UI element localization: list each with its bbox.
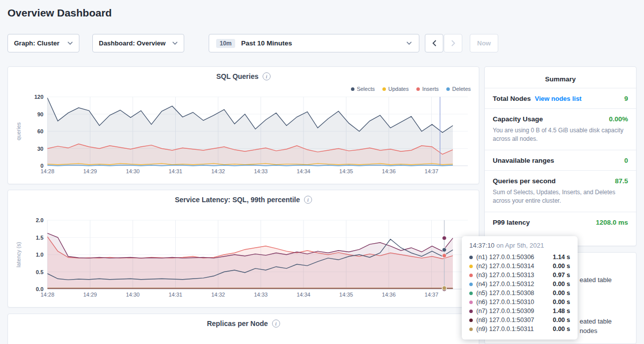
tooltip-node-label: (n2) 127.0.0.1:50314 xyxy=(476,263,546,270)
summary-value: 9 xyxy=(624,95,628,102)
tooltip-node-value: 1.48 s xyxy=(549,308,570,315)
summary-label: P99 latency xyxy=(493,219,530,226)
dashboard-dropdown[interactable]: Dashboard: Overview xyxy=(92,34,184,52)
tooltip-node-label: (n6) 127.0.0.1:50310 xyxy=(476,299,546,306)
info-icon[interactable]: i xyxy=(263,72,271,80)
legend-label: Selects xyxy=(357,86,375,92)
summary-value: 1208.0 ms xyxy=(596,219,628,226)
summary-subtitle: Sum of Selects, Updates, Inserts, and De… xyxy=(493,188,628,206)
legend-item[interactable]: Inserts xyxy=(416,86,439,92)
legend-dot-icon xyxy=(446,87,450,91)
chevron-down-icon xyxy=(172,41,178,45)
tooltip-row: (n5) 127.0.0.1:503080.00 s xyxy=(469,289,570,298)
event-item-text[interactable]: eated table xyxy=(580,276,612,284)
legend-item[interactable]: Selects xyxy=(351,86,375,92)
legend-label: Inserts xyxy=(422,86,439,92)
tooltip-date: on Apr 5th, 2021 xyxy=(495,242,544,249)
event-item-text[interactable]: nodes xyxy=(580,327,597,335)
view-nodes-link[interactable]: View nodes list xyxy=(535,95,582,102)
chart-title-text: Service Latency: SQL, 99th percentile xyxy=(175,196,300,204)
summary-row-queries-per-second: Queries per second 87.5 Sum of Selects, … xyxy=(485,170,636,212)
chevron-left-icon xyxy=(432,40,436,46)
time-prev-button[interactable] xyxy=(425,34,443,52)
chart-hover-tooltip: 14:37:10 on Apr 5th, 2021 (n1) 127.0.0.1… xyxy=(462,236,578,340)
node-color-dot-icon xyxy=(469,265,473,268)
legend-label: Deletes xyxy=(452,86,471,92)
summary-value: 87.5 xyxy=(615,177,628,185)
info-icon[interactable]: i xyxy=(272,320,280,328)
svg-text:14:33: 14:33 xyxy=(254,292,268,298)
summary-subtitle: You are using 0 B of 4.5 GiB usable disk… xyxy=(493,126,628,144)
svg-text:2.0: 2.0 xyxy=(36,217,43,223)
sql-queries-chart[interactable]: 030609012014:2814:2914:3014:3114:3214:33… xyxy=(13,93,473,177)
summary-value: 0 xyxy=(624,157,628,164)
info-icon[interactable]: i xyxy=(304,196,312,204)
svg-text:14:30: 14:30 xyxy=(126,292,140,298)
svg-text:120: 120 xyxy=(34,94,43,100)
svg-text:90: 90 xyxy=(37,111,43,117)
summary-row-capacity-usage: Capacity Usage 0.00% You are using 0 B o… xyxy=(485,108,636,150)
sql-queries-chart-title: SQL Queries i xyxy=(8,72,479,80)
tooltip-node-value: 0.00 s xyxy=(549,317,570,324)
tooltip-node-value: 1.14 s xyxy=(549,254,570,261)
summary-row-total-nodes: Total Nodes View nodes list 9 xyxy=(485,88,636,108)
svg-text:14:31: 14:31 xyxy=(169,168,183,174)
svg-text:30: 30 xyxy=(37,146,43,152)
svg-text:14:35: 14:35 xyxy=(339,292,353,298)
chart-legend: SelectsUpdatesInsertsDeletes xyxy=(351,86,471,92)
tooltip-node-label: (n3) 127.0.0.1:50313 xyxy=(476,272,546,279)
svg-text:14:37: 14:37 xyxy=(425,292,439,298)
tooltip-row: (n2) 127.0.0.1:503140.00 s xyxy=(469,262,570,271)
page-title: Overview Dashboard xyxy=(7,7,112,19)
svg-text:queries: queries xyxy=(15,122,21,140)
tooltip-node-label: (n5) 127.0.0.1:50308 xyxy=(476,290,546,297)
summary-row-unavailable-ranges: Unavailable ranges 0 xyxy=(485,150,636,170)
svg-text:14:37: 14:37 xyxy=(425,168,439,174)
replicas-per-node-panel: Replicas per Node i xyxy=(7,314,479,344)
summary-label: Total Nodes xyxy=(493,95,531,102)
event-item-text[interactable]: eated table xyxy=(580,318,612,325)
chevron-right-icon xyxy=(451,40,455,46)
legend-label: Updates xyxy=(388,86,409,92)
svg-text:latency (s): latency (s) xyxy=(15,242,21,268)
chevron-down-icon xyxy=(406,41,412,45)
time-range-badge: 10m xyxy=(216,39,235,48)
sql-queries-panel: SQL Queries i SelectsUpdatesInsertsDelet… xyxy=(7,66,479,184)
tooltip-node-value: 0.00 s xyxy=(549,290,570,297)
summary-panel: Summary Total Nodes View nodes list 9 Ca… xyxy=(484,66,637,246)
svg-text:14:36: 14:36 xyxy=(382,292,396,298)
replicas-chart-title: Replicas per Node i xyxy=(8,320,479,328)
tooltip-node-value: 0.97 s xyxy=(549,272,570,279)
svg-text:14:32: 14:32 xyxy=(211,168,225,174)
time-next-button[interactable] xyxy=(444,34,462,52)
dashboard-dropdown-label: Dashboard: Overview xyxy=(99,39,166,47)
node-color-dot-icon xyxy=(469,310,473,313)
tooltip-row: (n4) 127.0.0.1:503120.00 s xyxy=(469,280,570,289)
legend-item[interactable]: Deletes xyxy=(446,86,471,92)
legend-dot-icon xyxy=(382,87,386,91)
graph-dropdown-label: Graph: Cluster xyxy=(14,39,59,47)
graph-dropdown[interactable]: Graph: Cluster xyxy=(7,34,79,52)
svg-text:1.5: 1.5 xyxy=(36,235,43,241)
summary-label: Capacity Usage xyxy=(493,115,543,123)
node-color-dot-icon xyxy=(469,301,473,304)
svg-text:14:29: 14:29 xyxy=(83,292,97,298)
tooltip-row: (n9) 127.0.0.1:503110.00 s xyxy=(469,325,570,334)
time-range-picker[interactable]: 10m Past 10 Minutes xyxy=(209,34,419,52)
summary-label: Unavailable ranges xyxy=(493,157,554,164)
legend-item[interactable]: Updates xyxy=(382,86,409,92)
tooltip-node-value: 0.00 s xyxy=(549,299,570,306)
legend-dot-icon xyxy=(351,87,354,91)
tooltip-header: 14:37:10 on Apr 5th, 2021 xyxy=(469,242,570,249)
svg-text:14:34: 14:34 xyxy=(297,168,311,174)
tooltip-rows: (n1) 127.0.0.1:503061.14 s(n2) 127.0.0.1… xyxy=(469,253,570,334)
chart-title-text: Replicas per Node xyxy=(207,320,268,328)
svg-text:0.5: 0.5 xyxy=(36,269,43,275)
svg-text:60: 60 xyxy=(37,128,43,134)
chevron-down-icon xyxy=(67,41,73,45)
legend-dot-icon xyxy=(416,87,420,91)
svg-text:14:28: 14:28 xyxy=(40,292,54,298)
tooltip-node-label: (n4) 127.0.0.1:50312 xyxy=(476,281,546,288)
service-latency-chart[interactable]: 0.00.51.01.52.014:2814:2914:3014:3114:32… xyxy=(13,216,473,300)
now-button[interactable]: Now xyxy=(470,34,498,52)
